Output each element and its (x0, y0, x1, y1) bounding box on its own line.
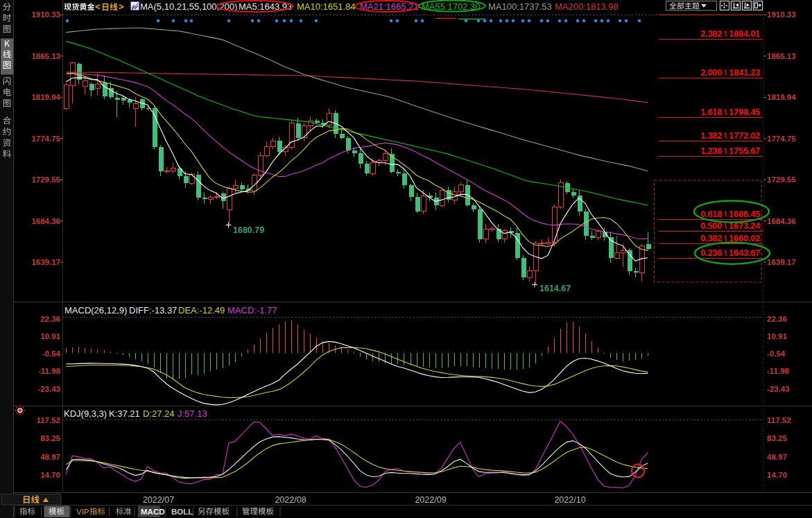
svg-text:1684.36: 1684.36 (767, 217, 796, 225)
svg-text:-23.43: -23.43 (767, 385, 790, 393)
svg-text:83.25: 83.25 (40, 434, 60, 442)
svg-text:2022/09: 2022/09 (415, 495, 446, 505)
svg-text:14.70: 14.70 (40, 471, 60, 479)
svg-text:2022/10: 2022/10 (554, 495, 585, 505)
svg-text:MACD(26,12,9): MACD(26,12,9) (64, 305, 127, 316)
svg-text:<: < (95, 1, 101, 12)
svg-text:10.91: 10.91 (40, 332, 60, 340)
svg-text:MACD: MACD (141, 508, 165, 516)
svg-text:0.618 \ 1686.45: 0.618 \ 1686.45 (700, 209, 760, 219)
svg-text:14.70: 14.70 (767, 471, 787, 479)
svg-text:DEA:-12.49: DEA:-12.49 (178, 305, 225, 316)
svg-text:DIFF:-13.37: DIFF:-13.37 (129, 305, 177, 316)
svg-text:-23.43: -23.43 (37, 385, 60, 393)
svg-text:2022/07: 2022/07 (143, 495, 174, 505)
svg-text:1729.55: 1729.55 (31, 175, 60, 184)
svg-text:117.52: 117.52 (36, 416, 60, 424)
svg-text:1639.17: 1639.17 (767, 258, 796, 266)
svg-text:1729.55: 1729.55 (767, 175, 796, 184)
svg-text:10.91: 10.91 (767, 332, 787, 340)
svg-text:-0.54: -0.54 (767, 349, 786, 358)
svg-text:1910.33: 1910.33 (767, 10, 796, 19)
svg-text:117.52: 117.52 (767, 416, 791, 424)
svg-text:>: > (119, 1, 124, 12)
svg-text:D:27.24: D:27.24 (143, 408, 175, 419)
svg-text:1.618 \ 1798.45: 1.618 \ 1798.45 (700, 107, 760, 117)
svg-text:MACD:-1.77: MACD:-1.77 (227, 305, 277, 316)
svg-text:K:37.21: K:37.21 (109, 408, 140, 419)
svg-text:83.25: 83.25 (767, 434, 787, 442)
svg-text:22.36: 22.36 (767, 315, 787, 323)
svg-text:MA100:1737.53: MA100:1737.53 (488, 1, 552, 12)
svg-text:MA200:1813.98: MA200:1813.98 (555, 1, 619, 12)
svg-text:BOLL: BOLL (171, 508, 193, 516)
svg-text:1774.75: 1774.75 (767, 135, 796, 143)
svg-text:1680.79: 1680.79 (233, 225, 264, 235)
svg-text:2.382 \ 1884.01: 2.382 \ 1884.01 (700, 28, 760, 39)
svg-text:1865.13: 1865.13 (767, 52, 796, 60)
svg-text:1684.36: 1684.36 (31, 217, 60, 225)
svg-text:2.000 \ 1841.23: 2.000 \ 1841.23 (700, 67, 760, 78)
svg-text:VIP: VIP (76, 508, 89, 516)
svg-text:1910.33: 1910.33 (31, 10, 60, 19)
svg-text:1819.94: 1819.94 (767, 93, 796, 101)
svg-text:-11.98: -11.98 (767, 367, 790, 375)
svg-text:22.36: 22.36 (40, 315, 60, 323)
svg-text:48.97: 48.97 (767, 453, 787, 461)
svg-text:MA10:1651.84: MA10:1651.84 (297, 1, 356, 12)
svg-text:-0.54: -0.54 (42, 349, 61, 358)
svg-text:1614.67: 1614.67 (539, 284, 571, 293)
svg-text:1.236 \ 1755.67: 1.236 \ 1755.67 (700, 146, 760, 156)
svg-text:J:57.13: J:57.13 (178, 408, 207, 419)
svg-text:1.382 \ 1772.02: 1.382 \ 1772.02 (700, 130, 760, 141)
svg-text:0.236 \ 1643.67: 0.236 \ 1643.67 (700, 248, 760, 258)
svg-text:2022/08: 2022/08 (275, 495, 306, 505)
svg-text:KDJ(9,3,3): KDJ(9,3,3) (64, 408, 107, 419)
svg-text:1865.13: 1865.13 (31, 52, 60, 60)
svg-text:-11.98: -11.98 (38, 367, 61, 375)
svg-text:48.97: 48.97 (40, 453, 60, 461)
svg-text:1774.75: 1774.75 (31, 135, 60, 143)
svg-text:1819.94: 1819.94 (31, 93, 60, 101)
svg-text:1639.17: 1639.17 (31, 258, 60, 266)
